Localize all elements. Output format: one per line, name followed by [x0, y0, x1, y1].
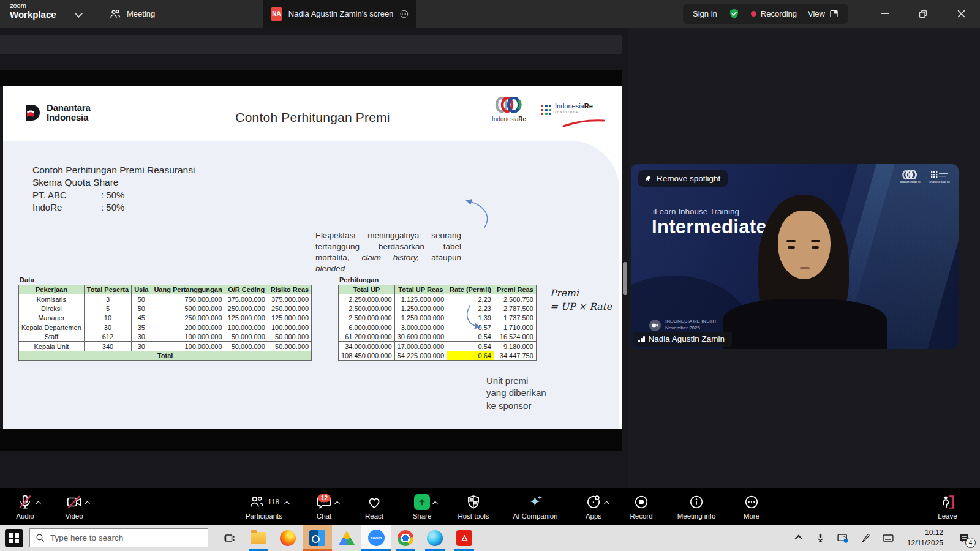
table-row: Direksi550500.000.000250.000.000250.000.…: [19, 304, 312, 313]
system-tray: 10:12 12/11/2025 4: [788, 525, 980, 551]
taskbar-search-input[interactable]: Type here to search: [29, 528, 208, 547]
training-label: iLearn Inhouse Training: [653, 207, 739, 216]
minimize-button[interactable]: [866, 0, 904, 28]
calculation-table: Total UPTotal UP ReasRate (Permil)Premi …: [338, 285, 537, 361]
video-button[interactable]: Video: [58, 488, 91, 525]
participants-chevron[interactable]: [284, 501, 290, 507]
participants-button[interactable]: 118 Participants: [238, 488, 290, 525]
scrollbar-thumb[interactable]: [623, 262, 627, 295]
taskbar-zoom[interactable]: zoom: [361, 525, 391, 551]
brand-zoom: zoom: [10, 2, 56, 10]
taskbar-edge[interactable]: [420, 525, 450, 551]
column-header: Uang Pertanggungan: [151, 285, 225, 294]
window-controls: [866, 0, 980, 28]
date: 12/11/2025: [907, 538, 943, 548]
avatar: NA: [271, 7, 282, 21]
tab-meeting-label: Meeting: [127, 9, 155, 18]
windows-logo-icon: [5, 529, 23, 547]
more-button[interactable]: More: [735, 488, 768, 525]
video-options-chevron[interactable]: [85, 501, 91, 507]
video-corner-logos: IndonesiaRe IndonesiaRe: [900, 170, 950, 184]
ai-companion-button[interactable]: AI Companion: [508, 488, 562, 525]
recording-indicator: Recording: [751, 9, 797, 18]
zoom-app-icon: zoom: [368, 530, 385, 546]
close-button[interactable]: [942, 0, 980, 28]
column-header: Total UP: [339, 285, 395, 294]
firefox-icon: [280, 530, 296, 546]
meeting-info-button[interactable]: Meeting info: [673, 488, 720, 525]
tray-pen[interactable]: [856, 525, 876, 551]
tab-shared-screen[interactable]: NA Nadia Agustin Zamin's screen: [263, 0, 417, 28]
taskbar-google-drive[interactable]: [332, 525, 361, 551]
react-button[interactable]: React: [358, 488, 391, 525]
table-row: 34.000.000.00017.000.000.0000,549.180.00…: [339, 342, 537, 351]
table-row: 2.500.000.0001.250.000.0002,232.787.500: [339, 304, 537, 313]
chat-button[interactable]: 12 Chat: [305, 488, 343, 525]
shield-icon: [466, 494, 481, 510]
host-tools-button[interactable]: Host tools: [453, 488, 494, 525]
speaker-video-tile[interactable]: iLearn Inhouse Training Intermediate Rem…: [631, 164, 959, 349]
tray-expand-button[interactable]: [788, 525, 808, 551]
leave-button[interactable]: Leave: [931, 488, 964, 525]
slide-letterbox-top: [0, 70, 622, 86]
presentation-slide: Danantara Indonesia Contoh Perhitungan P…: [3, 86, 622, 429]
apps-chevron[interactable]: [604, 501, 610, 507]
remove-spotlight-button[interactable]: Remove spotlight: [638, 170, 728, 187]
apps-button[interactable]: Apps: [577, 488, 610, 525]
taskbar-firefox[interactable]: [273, 525, 303, 551]
participants-count: 118: [268, 498, 279, 506]
ai-companion-sparkle-icon: [527, 493, 544, 510]
tray-display-share[interactable]: [833, 525, 853, 551]
share-chevron[interactable]: [432, 501, 439, 507]
restore-button[interactable]: [904, 0, 942, 28]
share-button[interactable]: Share: [405, 488, 439, 525]
sign-in-button[interactable]: Sign in: [693, 9, 717, 18]
tray-touch-keyboard[interactable]: [878, 525, 899, 551]
tray-microphone[interactable]: [810, 525, 831, 551]
shared-screen-top-band: [0, 35, 622, 54]
apps-icon: [586, 494, 601, 510]
sponsor-annotation: Unit premi yang diberikan ke sponsor: [486, 375, 546, 412]
view-button[interactable]: View: [808, 9, 839, 18]
taskbar-outlook[interactable]: [303, 525, 332, 551]
chrome-icon: [398, 530, 413, 546]
camera-off-icon: [66, 494, 82, 510]
mortality-note: Ekspektasi meninggalnya seorang tertangg…: [315, 230, 461, 274]
record-button[interactable]: Record: [625, 488, 658, 525]
touch-keyboard-icon: [882, 532, 894, 544]
zoom-toolbar: Audio Video: [0, 488, 980, 525]
task-view-icon: [222, 531, 236, 545]
indonesiare-logo-small: IndonesiaRe: [900, 170, 921, 184]
brand-workplace: Workplace: [10, 10, 56, 20]
table-row: Manager1045250.000.000125.000.000125.000…: [19, 313, 312, 323]
notification-center-button[interactable]: 4: [952, 525, 976, 551]
more-options-icon[interactable]: [399, 8, 409, 20]
tab-meeting[interactable]: Meeting: [109, 0, 155, 28]
task-view-button[interactable]: [214, 525, 244, 551]
leave-meeting-icon: [940, 494, 956, 510]
more-ellipsis-icon: [744, 494, 760, 510]
info-icon: [688, 494, 704, 510]
audio-button[interactable]: Audio: [9, 488, 42, 525]
data-table-label: Data: [20, 276, 34, 283]
view-layout-icon: [829, 9, 839, 18]
security-shield-icon[interactable]: [728, 8, 740, 20]
shared-screen-area: Danantara Indonesia Contoh Perhitungan P…: [0, 28, 628, 488]
screen: zoom Workplace Meeting NA Nadia Agustin …: [0, 0, 980, 551]
chat-chevron[interactable]: [334, 501, 341, 507]
meeting-main-area: Danantara Indonesia Contoh Perhitungan P…: [0, 28, 980, 488]
taskbar-file-explorer[interactable]: [244, 525, 273, 551]
outlook-icon: [309, 530, 325, 546]
indonesiare-institute-logo: IndonesiaRe Institute: [541, 103, 593, 115]
record-icon: [633, 494, 649, 510]
slide-header: Danantara Indonesia Contoh Perhitungan P…: [3, 86, 622, 141]
chevron-down-icon[interactable]: [75, 10, 83, 18]
taskbar-acrobat[interactable]: [450, 525, 479, 551]
taskbar-clock[interactable]: 10:12 12/11/2025: [901, 528, 949, 547]
slide-title: Contoh Perhitungan Premi: [3, 110, 622, 125]
institute-logo-text: IndonesiaRe: [555, 103, 593, 110]
share-row: PT. ABC: 50%: [32, 189, 195, 201]
audio-options-chevron[interactable]: [36, 501, 42, 507]
taskbar-chrome[interactable]: [391, 525, 420, 551]
start-button[interactable]: [0, 525, 28, 551]
